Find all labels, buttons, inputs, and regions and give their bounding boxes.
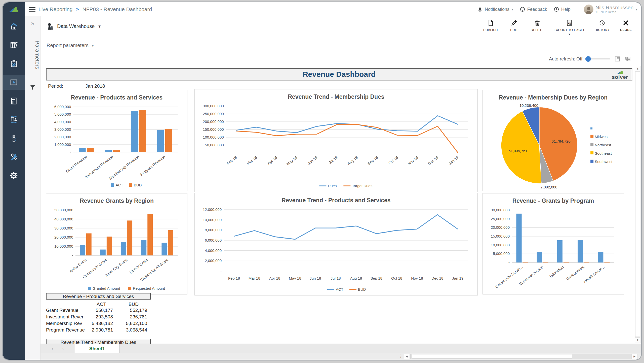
close-icon bbox=[622, 19, 629, 26]
svg-text:200,000,000: 200,000,000 bbox=[203, 119, 224, 124]
close-button[interactable]: CLOSE bbox=[619, 19, 633, 36]
svg-text:Mar 18: Mar 18 bbox=[249, 276, 260, 280]
svg-text:Southwest: Southwest bbox=[595, 159, 613, 164]
history-button[interactable]: HISTORY bbox=[595, 19, 610, 36]
breadcrumb-page-title: NFP03 - Revenue Dashboard bbox=[83, 6, 152, 12]
svg-text:Dec 18: Dec 18 bbox=[427, 155, 439, 166]
solver-report-logo: solver bbox=[612, 70, 628, 80]
svg-text:Apr 18: Apr 18 bbox=[269, 276, 280, 280]
summary-table-title: Revenue - Products and Services bbox=[46, 293, 151, 300]
sidebar-item-tools[interactable] bbox=[3, 150, 25, 164]
help-button[interactable]: ? Help bbox=[554, 7, 571, 12]
datasource-selector[interactable]: Data Warehouse ▼ bbox=[47, 22, 101, 30]
svg-text:Community Servic...: Community Servic... bbox=[494, 265, 524, 289]
svg-text:Mar 18: Mar 18 bbox=[246, 155, 258, 166]
chart-title: Revenue Grants by Region bbox=[46, 193, 187, 206]
svg-text:61,039,751: 61,039,751 bbox=[508, 149, 527, 153]
svg-text:Feb 18: Feb 18 bbox=[226, 155, 237, 166]
svg-text:Education: Education bbox=[549, 265, 565, 278]
svg-text:Oct 18: Oct 18 bbox=[391, 276, 402, 280]
publish-label: PUBLISH bbox=[483, 28, 498, 32]
sidebar-item-process[interactable] bbox=[3, 131, 25, 146]
settings-icon bbox=[10, 171, 18, 180]
horizontal-scroll-row: ⋮ ◀ ▶ bbox=[41, 353, 641, 360]
svg-text:Liberty Grant: Liberty Grant bbox=[129, 257, 148, 274]
sheet-tab-bar: ‹ › Sheet1 bbox=[41, 344, 641, 353]
edit-button[interactable]: EDIT bbox=[507, 19, 521, 36]
svg-text:20,000,000: 20,000,000 bbox=[54, 235, 73, 239]
svg-text:250,000,000: 250,000,000 bbox=[203, 112, 224, 116]
edit-label: EDIT bbox=[510, 28, 518, 32]
scroll-left-button[interactable]: ◀ bbox=[404, 354, 410, 359]
sidebar-item-tasks[interactable] bbox=[3, 56, 25, 71]
export-to-excel-button[interactable]: X͞s EXPORT TO EXCEL ▼ bbox=[554, 19, 585, 36]
breadcrumb: Live Reporting > NFP03 - Revenue Dashboa… bbox=[38, 2, 152, 16]
sheet-tab-sheet1[interactable]: Sheet1 bbox=[75, 344, 119, 353]
chart-title: Revenue Trend - Membership Dues bbox=[195, 89, 477, 102]
feedback-button[interactable]: Feedback bbox=[520, 7, 547, 12]
svg-text:Africa Grant: Africa Grant bbox=[69, 257, 87, 273]
svg-text:7,092,000: 7,092,000 bbox=[541, 185, 557, 189]
chart-title: Revenue Trend - Products and Services bbox=[195, 193, 477, 205]
user-menu[interactable]: Nils Rasmussen 11. NFP Demo ▾ bbox=[584, 5, 637, 14]
sidebar-item-library[interactable] bbox=[3, 38, 25, 52]
summary-table-rows: Grant Revenue550,177552,179Investment Re… bbox=[46, 307, 151, 333]
sidebar-item-collaboration[interactable] bbox=[3, 112, 25, 127]
svg-text:BUD: BUD bbox=[358, 287, 366, 291]
sidebar-item-budgeting[interactable] bbox=[3, 94, 25, 108]
svg-text:4,000,000: 4,000,000 bbox=[54, 120, 71, 124]
chevron-down-icon: ▼ bbox=[568, 33, 571, 36]
report-parameters-toggle[interactable]: Report parameters ▼ bbox=[47, 43, 95, 48]
sidebar-item-live-reporting[interactable] bbox=[3, 75, 25, 90]
hamburger-menu-icon[interactable] bbox=[29, 6, 35, 13]
svg-text:2,000,000: 2,000,000 bbox=[54, 135, 71, 139]
vertical-scroll-thumb[interactable] bbox=[635, 72, 640, 337]
vertical-scrollbar[interactable]: ▲ ▼ bbox=[635, 66, 640, 343]
expand-icon[interactable] bbox=[614, 56, 621, 62]
feedback-label: Feedback bbox=[527, 7, 547, 12]
period-label: Period: bbox=[48, 83, 63, 89]
datasource-label: Data Warehouse bbox=[57, 23, 95, 29]
filter-funnel-icon[interactable] bbox=[29, 84, 36, 92]
slider-thumb[interactable] bbox=[585, 56, 591, 62]
grid-icon[interactable] bbox=[625, 56, 631, 62]
scroll-right-button[interactable]: ▶ bbox=[631, 354, 637, 359]
tasks-icon bbox=[10, 60, 18, 68]
svg-text:Aug 18: Aug 18 bbox=[346, 155, 358, 166]
svg-text:ACT: ACT bbox=[116, 183, 123, 187]
sidebar-item-home[interactable] bbox=[3, 19, 25, 34]
expand-parameters-button[interactable]: » bbox=[25, 20, 41, 27]
sheet-prev-icon[interactable]: ‹ bbox=[52, 346, 53, 352]
notifications-label: Notifications bbox=[485, 7, 509, 12]
sheet-next-icon[interactable]: › bbox=[62, 346, 64, 352]
breadcrumb-section[interactable]: Live Reporting bbox=[38, 6, 72, 12]
horizontal-scrollbar[interactable] bbox=[410, 354, 631, 359]
svg-text:15,000,000: 15,000,000 bbox=[491, 234, 510, 238]
svg-text:3,000,000: 3,000,000 bbox=[54, 127, 71, 131]
sidebar-item-settings[interactable] bbox=[3, 168, 25, 183]
period-row: Period: Jan 2018 bbox=[48, 83, 105, 89]
close-label: CLOSE bbox=[620, 28, 632, 32]
chart-title: Revenue - Membership Dues by Region bbox=[483, 90, 624, 102]
svg-text:-: - bbox=[220, 269, 222, 273]
horizontal-scroll-thumb[interactable] bbox=[412, 354, 572, 359]
scroll-down-button[interactable]: ▼ bbox=[635, 337, 640, 343]
pane-splitter[interactable]: ⋮ bbox=[399, 354, 402, 358]
summary-table-columns: ACT BUD bbox=[46, 302, 151, 307]
export-to-excel-label: EXPORT TO EXCEL bbox=[554, 28, 585, 32]
autorefresh-slider[interactable] bbox=[586, 58, 610, 59]
chart-trend-products-services: Revenue Trend - Products and Services -2… bbox=[194, 193, 478, 295]
svg-text:300,000,000: 300,000,000 bbox=[203, 104, 224, 108]
solver-logo-icon[interactable] bbox=[3, 2, 25, 16]
delete-button[interactable]: EXPORT TO EXCEL DELETE bbox=[531, 19, 544, 36]
breadcrumb-separator: > bbox=[76, 7, 79, 12]
notifications-button[interactable]: Notifications ▾ bbox=[477, 7, 513, 12]
publish-button[interactable]: PUBLISH bbox=[483, 19, 498, 36]
scroll-up-button[interactable]: ▲ bbox=[635, 66, 640, 72]
svg-text:Inner City Grant: Inner City Grant bbox=[104, 257, 128, 277]
chart-canvas: -50,000,000100,000,000150,000,000200,000… bbox=[196, 103, 476, 191]
chevron-down-icon: ▼ bbox=[91, 44, 95, 48]
svg-text:20,000,000: 20,000,000 bbox=[491, 225, 510, 229]
svg-text:Aug 18: Aug 18 bbox=[350, 276, 362, 280]
chart-canvas: -5,000,00010,000,00015,000,00020,000,000… bbox=[484, 207, 623, 293]
